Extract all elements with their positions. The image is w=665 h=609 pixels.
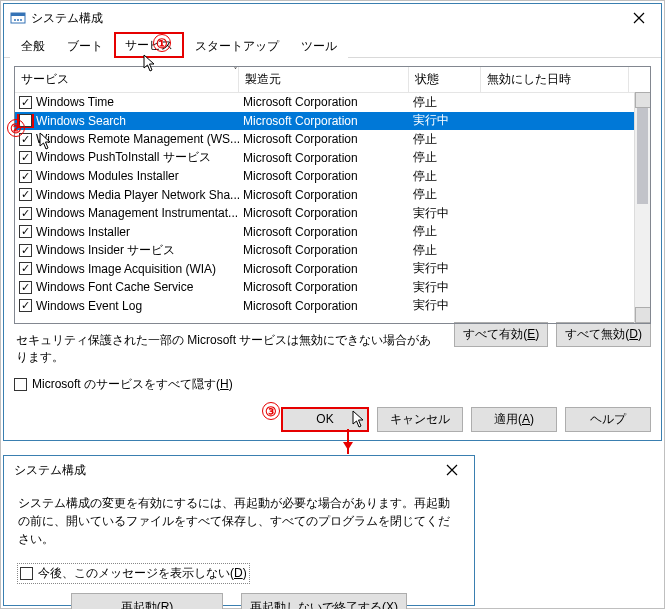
column-headers: サービス ˅製造元 状態 無効にした日時 [15, 67, 650, 93]
hide-ms-services[interactable]: Microsoft のサービスをすべて隠す(H) [14, 376, 233, 393]
service-name: Windows Remote Management (WS... [36, 132, 239, 146]
table-row[interactable]: Windows Event LogMicrosoft Corporation実行… [15, 297, 650, 316]
tab-startup[interactable]: スタートアップ [184, 33, 290, 58]
service-name: Windows Time [36, 95, 114, 109]
sort-indicator-icon: ˅ [233, 66, 238, 76]
service-checkbox[interactable] [19, 299, 32, 312]
service-name: Windows PushToInstall サービス [36, 149, 211, 166]
table-row[interactable]: Windows PushToInstall サービスMicrosoft Corp… [15, 149, 650, 168]
status: 停止 [409, 149, 481, 166]
service-checkbox[interactable] [19, 281, 32, 294]
status: 停止 [409, 186, 481, 203]
table-row[interactable]: Windows Font Cache ServiceMicrosoft Corp… [15, 278, 650, 297]
service-checkbox[interactable] [19, 188, 32, 201]
scroll-track[interactable] [635, 108, 650, 307]
manufacturer: Microsoft Corporation [239, 225, 409, 239]
table-row[interactable]: Windows Insider サービスMicrosoft Corporatio… [15, 241, 650, 260]
ok-button[interactable]: OK [281, 407, 369, 432]
cancel-button[interactable]: キャンセル [377, 407, 463, 432]
annotation-3: ③ [262, 402, 280, 420]
services-listview[interactable]: サービス ˅製造元 状態 無効にした日時 Windows TimeMicroso… [14, 66, 651, 324]
scrollbar[interactable]: ▴ ▾ [634, 92, 650, 323]
titlebar[interactable]: システム構成 [4, 456, 474, 484]
apply-button[interactable]: 適用(A) [471, 407, 557, 432]
exit-without-restart-button[interactable]: 再起動しないで終了する(X) [241, 593, 407, 609]
window-title: システム構成 [10, 462, 432, 479]
restart-message: システム構成の変更を有効にするには、再起動が必要な場合があります。再起動の前に、… [18, 494, 460, 548]
titlebar[interactable]: システム構成 [4, 4, 661, 32]
tab-boot[interactable]: ブート [56, 33, 114, 58]
service-checkbox[interactable] [19, 170, 32, 183]
status: 実行中 [409, 297, 481, 314]
service-checkbox[interactable] [19, 96, 32, 109]
service-name: Windows Modules Installer [36, 169, 179, 183]
tab-services[interactable]: サービス [114, 32, 184, 58]
dont-show-again[interactable]: 今後、このメッセージを表示しない(D) [18, 564, 249, 583]
table-row[interactable]: Windows Image Acquisition (WIA)Microsoft… [15, 260, 650, 279]
hide-ms-label: Microsoft のサービスをすべて隠す(H) [32, 376, 233, 393]
tab-tools[interactable]: ツール [290, 33, 348, 58]
status: 実行中 [409, 112, 481, 129]
col-service[interactable]: サービス [15, 67, 239, 92]
col-manufacturer[interactable]: ˅製造元 [239, 67, 409, 92]
status: 停止 [409, 223, 481, 240]
service-name: Windows Event Log [36, 299, 142, 313]
table-row[interactable]: Windows InstallerMicrosoft Corporation停止 [15, 223, 650, 242]
service-checkbox[interactable] [19, 225, 32, 238]
svg-rect-1 [11, 13, 25, 16]
status: 実行中 [409, 260, 481, 277]
dont-show-checkbox[interactable] [20, 567, 33, 580]
table-row[interactable]: Windows Modules InstallerMicrosoft Corpo… [15, 167, 650, 186]
security-note: セキュリティ保護された一部の Microsoft サービスは無効にできない場合が… [16, 332, 442, 366]
scroll-thumb[interactable] [637, 108, 648, 204]
restart-button[interactable]: 再起動(R) [71, 593, 223, 609]
scroll-down-icon[interactable]: ▾ [635, 307, 651, 323]
enable-all-button[interactable]: すべて有効(E) [454, 322, 548, 347]
table-row[interactable]: Windows SearchMicrosoft Corporation実行中 [15, 112, 650, 131]
table-row[interactable]: Windows Management Instrumentat...Micros… [15, 204, 650, 223]
hide-ms-checkbox[interactable] [14, 378, 27, 391]
service-name: Windows Management Instrumentat... [36, 206, 238, 220]
disable-all-button[interactable]: すべて無効(D) [556, 322, 651, 347]
service-checkbox[interactable] [19, 244, 32, 257]
status: 実行中 [409, 205, 481, 222]
manufacturer: Microsoft Corporation [239, 243, 409, 257]
app-icon [10, 10, 26, 26]
svg-point-3 [17, 19, 19, 21]
manufacturer: Microsoft Corporation [239, 206, 409, 220]
service-name: Windows Insider サービス [36, 242, 175, 259]
annotation-2: ② [7, 119, 25, 137]
manufacturer: Microsoft Corporation [239, 95, 409, 109]
table-row[interactable]: Windows TimeMicrosoft Corporation停止 [15, 93, 650, 112]
services-panel: サービス ˅製造元 状態 無効にした日時 Windows TimeMicroso… [4, 58, 661, 401]
help-button[interactable]: ヘルプ [565, 407, 651, 432]
manufacturer: Microsoft Corporation [239, 114, 409, 128]
status: 停止 [409, 131, 481, 148]
svg-point-4 [20, 19, 22, 21]
service-name: Windows Font Cache Service [36, 280, 193, 294]
annotation-1: ① [153, 34, 171, 52]
table-row[interactable]: Windows Remote Management (WS...Microsof… [15, 130, 650, 149]
service-name: Windows Search [36, 114, 126, 128]
service-checkbox[interactable] [19, 262, 32, 275]
dont-show-label: 今後、このメッセージを表示しない(D) [38, 565, 247, 582]
service-checkbox[interactable] [19, 151, 32, 164]
col-disabled-date[interactable]: 無効にした日時 [481, 67, 629, 92]
manufacturer: Microsoft Corporation [239, 188, 409, 202]
msconfig-window: システム構成 全般 ブート サービス スタートアップ ツール サービス ˅製造元… [3, 3, 662, 441]
service-name: Windows Media Player Network Sha... [36, 188, 239, 202]
arrow-annotation-icon [347, 429, 349, 454]
table-row[interactable]: Windows Media Player Network Sha...Micro… [15, 186, 650, 205]
status: 実行中 [409, 279, 481, 296]
close-button[interactable] [432, 457, 472, 483]
tab-general[interactable]: 全般 [10, 33, 56, 58]
service-checkbox[interactable] [19, 207, 32, 220]
col-status[interactable]: 状態 [409, 67, 481, 92]
scroll-up-icon[interactable]: ▴ [635, 92, 651, 108]
service-name: Windows Installer [36, 225, 130, 239]
manufacturer: Microsoft Corporation [239, 299, 409, 313]
close-button[interactable] [619, 5, 659, 31]
close-icon [446, 464, 458, 476]
window-title: システム構成 [31, 10, 619, 27]
service-name: Windows Image Acquisition (WIA) [36, 262, 216, 276]
